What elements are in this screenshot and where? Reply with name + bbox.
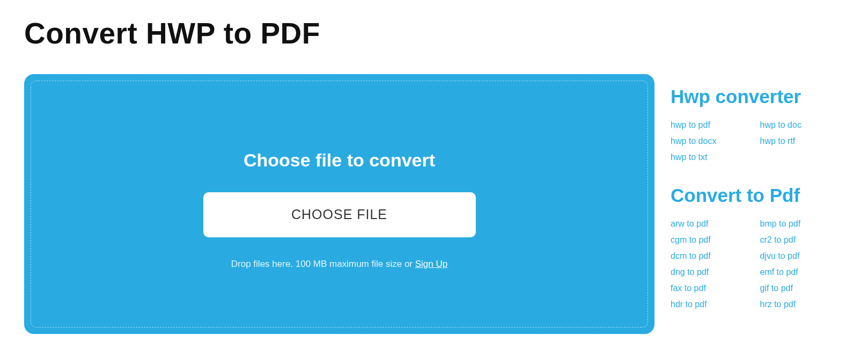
- sidebar-link[interactable]: dng to pdf: [671, 267, 755, 277]
- sidebar-link[interactable]: djvu to pdf: [760, 251, 844, 261]
- signup-link[interactable]: Sign Up: [415, 259, 447, 269]
- sidebar-link[interactable]: hwp to pdf: [671, 120, 755, 130]
- upload-heading: Choose file to convert: [244, 150, 435, 171]
- sidebar-link[interactable]: gif to pdf: [760, 284, 844, 293]
- upload-card: Choose file to convert CHOOSE FILE Drop …: [24, 74, 654, 334]
- page-title: Convert HWP to PDF: [24, 16, 654, 50]
- upload-hint-text: Drop files here. 100 MB maximum file siz…: [231, 259, 415, 269]
- sidebar-link[interactable]: fax to pdf: [671, 284, 755, 293]
- upload-hint: Drop files here. 100 MB maximum file siz…: [231, 259, 447, 270]
- sidebar-link[interactable]: hwp to docx: [671, 136, 755, 146]
- sidebar-heading-hwp-converter: Hwp converter: [671, 86, 844, 107]
- sidebar-link[interactable]: cgm to pdf: [671, 235, 755, 245]
- sidebar-link[interactable]: cr2 to pdf: [760, 235, 844, 245]
- sidebar-link[interactable]: hwp to doc: [760, 120, 844, 130]
- upload-drop-zone[interactable]: Choose file to convert CHOOSE FILE Drop …: [31, 81, 648, 328]
- choose-file-button[interactable]: CHOOSE FILE: [203, 192, 476, 237]
- sidebar-link[interactable]: arw to pdf: [671, 219, 755, 229]
- sidebar: Hwp converter hwp to pdfhwp to dochwp to…: [654, 16, 844, 334]
- sidebar-heading-convert-to-pdf: Convert to Pdf: [671, 185, 844, 206]
- sidebar-link[interactable]: emf to pdf: [760, 267, 844, 277]
- sidebar-link[interactable]: bmp to pdf: [760, 219, 844, 229]
- sidebar-links-hwp-converter: hwp to pdfhwp to dochwp to docxhwp to rt…: [671, 120, 844, 162]
- sidebar-link[interactable]: hwp to txt: [671, 152, 755, 162]
- sidebar-links-convert-to-pdf: arw to pdfbmp to pdfcgm to pdfcr2 to pdf…: [671, 219, 844, 309]
- sidebar-link[interactable]: hdr to pdf: [671, 300, 755, 309]
- sidebar-link[interactable]: hrz to pdf: [760, 300, 844, 309]
- sidebar-link[interactable]: dcm to pdf: [671, 251, 755, 261]
- sidebar-link[interactable]: hwp to rtf: [760, 136, 844, 146]
